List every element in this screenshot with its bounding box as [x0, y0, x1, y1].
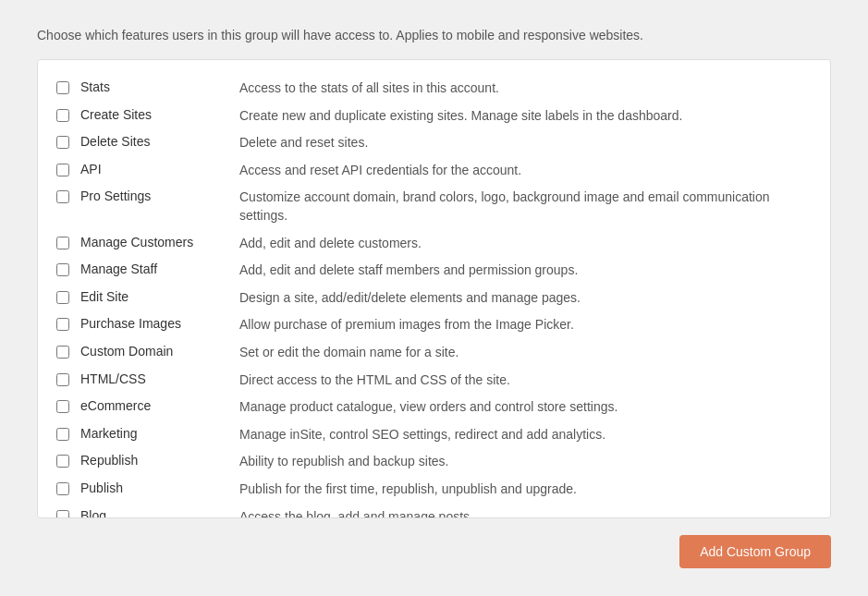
feature-row: Manage StaffAdd, edit and delete staff m… [56, 257, 812, 285]
feature-checkbox-blog[interactable] [56, 510, 69, 519]
feature-description: Allow purchase of premium images from th… [239, 316, 812, 334]
feature-name: Create Sites [80, 107, 228, 122]
feature-row: StatsAccess to the stats of all sites in… [56, 75, 812, 103]
feature-description: Direct access to the HTML and CSS of the… [239, 371, 812, 390]
feature-name: Manage Customers [80, 235, 228, 249]
feature-checkbox-republish[interactable] [56, 455, 69, 468]
bottom-bar: Add Custom Group [37, 518, 831, 568]
feature-name: Custom Domain [80, 344, 228, 359]
feature-row: HTML/CSSDirect access to the HTML and CS… [56, 367, 812, 395]
feature-row: PublishPublish for the first time, repub… [56, 476, 812, 504]
feature-row: Delete SitesDelete and reset sites. [56, 129, 812, 157]
feature-name: Republish [80, 453, 228, 468]
feature-checkbox-publish[interactable] [56, 482, 69, 495]
feature-description: Access the blog, add and manage posts. [239, 508, 812, 519]
feature-row: BlogAccess the blog, add and manage post… [56, 504, 812, 519]
feature-description: Set or edit the domain name for a site. [239, 344, 812, 362]
intro-text: Choose which features users in this grou… [37, 28, 831, 43]
feature-description: Ability to republish and backup sites. [239, 453, 812, 471]
feature-description: Manage product catalogue, view orders an… [239, 398, 812, 417]
feature-checkbox-purchase-images[interactable] [56, 318, 69, 331]
feature-row: Create SitesCreate new and duplicate exi… [56, 103, 812, 130]
feature-checkbox-delete-sites[interactable] [56, 136, 69, 149]
feature-name: Delete Sites [80, 134, 228, 149]
feature-name: Marketing [80, 426, 228, 441]
feature-row: Purchase ImagesAllow purchase of premium… [56, 311, 812, 339]
feature-checkbox-marketing[interactable] [56, 428, 69, 441]
feature-name: Blog [80, 508, 228, 519]
feature-row: eCommerceManage product catalogue, view … [56, 394, 812, 421]
feature-row: Pro SettingsCustomize account domain, br… [56, 184, 812, 229]
feature-description: Add, edit and delete customers. [239, 235, 812, 253]
feature-name: API [80, 162, 228, 176]
feature-checkbox-manage-staff[interactable] [56, 263, 69, 276]
feature-row: Custom DomainSet or edit the domain name… [56, 339, 812, 367]
feature-description: Manage inSite, control SEO settings, red… [239, 426, 812, 444]
feature-name: HTML/CSS [80, 371, 228, 386]
feature-name: Pro Settings [80, 189, 228, 203]
feature-name: Edit Site [80, 289, 228, 304]
feature-name: Manage Staff [80, 262, 228, 276]
feature-checkbox-pro-settings[interactable] [56, 190, 69, 203]
feature-row: Manage CustomersAdd, edit and delete cus… [56, 230, 812, 258]
feature-checkbox-api[interactable] [56, 164, 69, 176]
features-box: StatsAccess to the stats of all sites in… [37, 59, 831, 518]
feature-description: Customize account domain, brand colors, … [239, 189, 812, 225]
feature-checkbox-edit-site[interactable] [56, 291, 69, 304]
feature-name: eCommerce [80, 398, 228, 413]
feature-description: Add, edit and delete staff members and p… [239, 262, 812, 280]
feature-checkbox-create-sites[interactable] [56, 109, 69, 122]
feature-description: Design a site, add/edit/delete elements … [239, 289, 812, 308]
feature-name: Stats [80, 79, 228, 94]
feature-checkbox-stats[interactable] [56, 81, 69, 94]
feature-name: Purchase Images [80, 316, 228, 331]
feature-checkbox-ecommerce[interactable] [56, 400, 69, 413]
feature-description: Publish for the first time, republish, u… [239, 480, 812, 499]
feature-description: Create new and duplicate existing sites.… [239, 107, 812, 126]
feature-checkbox-manage-customers[interactable] [56, 237, 69, 249]
feature-description: Delete and reset sites. [239, 134, 812, 152]
feature-row: RepublishAbility to republish and backup… [56, 448, 812, 476]
feature-checkbox-custom-domain[interactable] [56, 346, 69, 359]
feature-description: Access to the stats of all sites in this… [239, 79, 812, 98]
feature-description: Access and reset API credentials for the… [239, 162, 812, 180]
feature-checkbox-html/css[interactable] [56, 373, 69, 386]
add-custom-group-button[interactable]: Add Custom Group [679, 535, 831, 568]
feature-row: Edit SiteDesign a site, add/edit/delete … [56, 285, 812, 312]
feature-name: Publish [80, 480, 228, 495]
feature-row: APIAccess and reset API credentials for … [56, 157, 812, 185]
feature-row: MarketingManage inSite, control SEO sett… [56, 421, 812, 449]
